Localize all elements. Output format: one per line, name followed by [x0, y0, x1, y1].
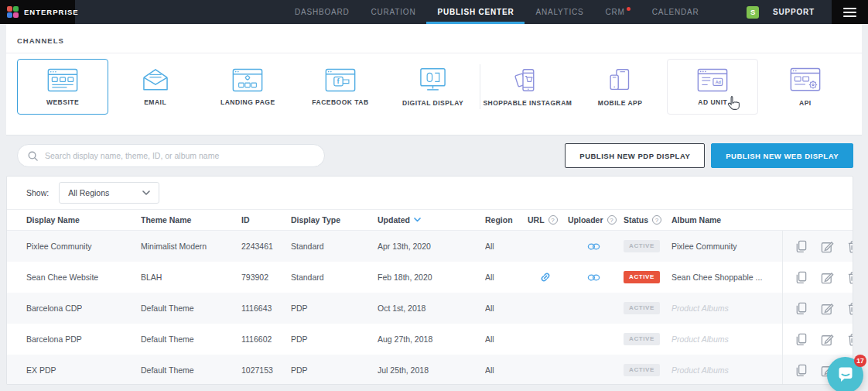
- search-icon: [27, 150, 39, 162]
- channel-label: AD UNIT: [698, 98, 727, 106]
- column-header-id[interactable]: ID: [241, 215, 291, 225]
- column-header-region[interactable]: Region: [485, 215, 528, 225]
- nav-right: S SUPPORT: [747, 0, 832, 24]
- brand-name: ENTERPRISE: [24, 8, 79, 16]
- display-id: 1027153: [241, 365, 273, 375]
- display-name: Sean Chee Website: [26, 273, 98, 282]
- column-header-display-type[interactable]: Display Type: [291, 215, 378, 225]
- url-link-icon[interactable]: [540, 272, 551, 283]
- channel-label: MOBILE APP: [598, 99, 643, 107]
- uploader-help-icon[interactable]: ?: [607, 215, 617, 225]
- status-help-icon[interactable]: ?: [652, 215, 661, 225]
- user-avatar-badge[interactable]: S: [747, 6, 759, 19]
- trash-icon[interactable]: [847, 333, 853, 346]
- nav-item-curation[interactable]: CURATION: [361, 0, 427, 24]
- channel-label: API: [799, 99, 812, 107]
- url-help-icon[interactable]: ?: [548, 215, 558, 225]
- region-filter-dropdown[interactable]: All Regions: [59, 182, 159, 204]
- channel-mobile-app[interactable]: MOBILE APP: [575, 59, 666, 115]
- chat-launcher[interactable]: 17: [827, 357, 863, 391]
- display-id: 793902: [241, 273, 268, 282]
- column-header-display-name[interactable]: Display Name: [26, 215, 141, 225]
- chat-unread-badge: 17: [854, 355, 866, 367]
- copy-icon[interactable]: [795, 333, 808, 346]
- edit-icon[interactable]: [821, 333, 834, 346]
- copy-icon[interactable]: [795, 302, 808, 315]
- toolbar-buttons: PUBLISH NEW PDP DISPLAY PUBLISH NEW WEB …: [565, 143, 853, 168]
- ad-unit-icon: Ad: [697, 68, 728, 92]
- table-row[interactable]: Sean Chee Website BLAH 793902 Standard F…: [7, 262, 853, 293]
- display-type: PDP: [291, 334, 308, 344]
- table-row[interactable]: Barcelona PDP Default Theme 1116602 PDP …: [7, 324, 853, 355]
- nav-item-dashboard[interactable]: DASHBOARD: [284, 0, 361, 24]
- column-header-updated[interactable]: Updated: [378, 215, 485, 225]
- trash-icon[interactable]: [847, 271, 853, 284]
- trash-icon[interactable]: [847, 302, 853, 315]
- svg-text:f: f: [337, 77, 340, 85]
- copy-icon[interactable]: [795, 364, 808, 377]
- uploader-chain-icon[interactable]: [587, 273, 600, 282]
- updated-date: Apr 13th, 2020: [378, 242, 431, 251]
- hamburger-menu-icon[interactable]: [832, 0, 868, 24]
- nav-item-crm[interactable]: CRM: [594, 0, 641, 24]
- digital-display-icon: [419, 67, 447, 93]
- website-icon: [47, 68, 78, 92]
- support-link[interactable]: SUPPORT: [773, 8, 815, 16]
- brand-logo[interactable]: ENTERPRISE: [0, 0, 75, 24]
- edit-icon[interactable]: [821, 240, 834, 253]
- publish-new-pdp-display-button[interactable]: PUBLISH NEW PDP DISPLAY: [565, 143, 705, 168]
- nav-item-calendar[interactable]: CALENDAR: [641, 0, 710, 24]
- table-row[interactable]: Barcelona CDP Default Theme 1116643 PDP …: [7, 293, 853, 324]
- status-badge: ACTIVE: [624, 240, 660, 252]
- search-input[interactable]: [45, 151, 315, 160]
- display-id: 1116643: [241, 304, 272, 313]
- column-header-album-name[interactable]: Album Name: [672, 215, 782, 225]
- nav-item-analytics[interactable]: ANALYTICS: [525, 0, 594, 24]
- channel-landing-page[interactable]: LANDING PAGE: [202, 59, 293, 115]
- column-header-url[interactable]: URL ?: [528, 215, 568, 225]
- channel-digital-display[interactable]: DIGITAL DISPLAY: [388, 59, 479, 115]
- table-row[interactable]: EX PDP Default Theme 1027153 PDP Jul 25t…: [7, 355, 853, 385]
- landing-page-icon: [232, 68, 263, 92]
- column-header-uploader[interactable]: Uploader ?: [568, 215, 624, 225]
- region-filter-row: Show: All Regions: [7, 177, 853, 209]
- display-name: Barcelona CDP: [26, 304, 82, 313]
- channels-section-label: CHANNELS: [17, 36, 64, 45]
- channel-label: DIGITAL DISPLAY: [402, 99, 463, 107]
- mobile-app-icon: [606, 67, 634, 93]
- channel-label: EMAIL: [144, 98, 166, 106]
- crm-notification-dot-icon: [627, 7, 630, 11]
- channel-api[interactable]: API: [760, 59, 851, 115]
- channel-shoppable-instagram[interactable]: SHOPPABLE INSTAGRAM: [482, 59, 573, 115]
- trash-icon[interactable]: [847, 240, 853, 253]
- uploader-chain-icon[interactable]: [587, 242, 600, 251]
- table-row[interactable]: Pixlee Community Minimalist Modern 22434…: [7, 231, 853, 262]
- album-name: Product Albums: [672, 334, 729, 344]
- edit-icon[interactable]: [821, 271, 834, 284]
- region: All: [485, 273, 494, 282]
- channel-ad-unit[interactable]: Ad AD UNIT: [667, 59, 758, 115]
- display-id: 2243461: [241, 242, 273, 251]
- column-header-status[interactable]: Status ?: [624, 215, 672, 225]
- theme-name: BLAH: [141, 273, 162, 282]
- copy-icon[interactable]: [795, 271, 808, 284]
- nav-items: DASHBOARD CURATION PUBLISH CENTER ANALYT…: [284, 0, 710, 24]
- channels-header: CHANNELS: [6, 24, 862, 53]
- column-header-theme-name[interactable]: Theme Name: [141, 215, 241, 225]
- display-type: Standard: [291, 273, 324, 282]
- copy-icon[interactable]: [795, 240, 808, 253]
- shoppable-instagram-icon: [513, 67, 542, 93]
- channel-facebook-tab[interactable]: f FACEBOOK TAB: [295, 59, 386, 115]
- theme-name: Default Theme: [141, 304, 194, 313]
- edit-icon[interactable]: [821, 302, 834, 315]
- channel-label: WEBSITE: [46, 98, 79, 106]
- nav-item-publish-center[interactable]: PUBLISH CENTER: [426, 0, 525, 24]
- album-name: Product Albums: [672, 365, 729, 375]
- updated-date: Oct 1st, 2018: [378, 304, 425, 313]
- updated-date: Feb 18th, 2020: [378, 273, 432, 282]
- album-name: Pixlee Community: [672, 242, 737, 251]
- channel-email[interactable]: EMAIL: [110, 59, 201, 115]
- publish-new-web-display-button[interactable]: PUBLISH NEW WEB DISPLAY: [711, 143, 853, 168]
- display-type: PDP: [291, 365, 308, 375]
- channel-website[interactable]: WEBSITE: [17, 59, 108, 115]
